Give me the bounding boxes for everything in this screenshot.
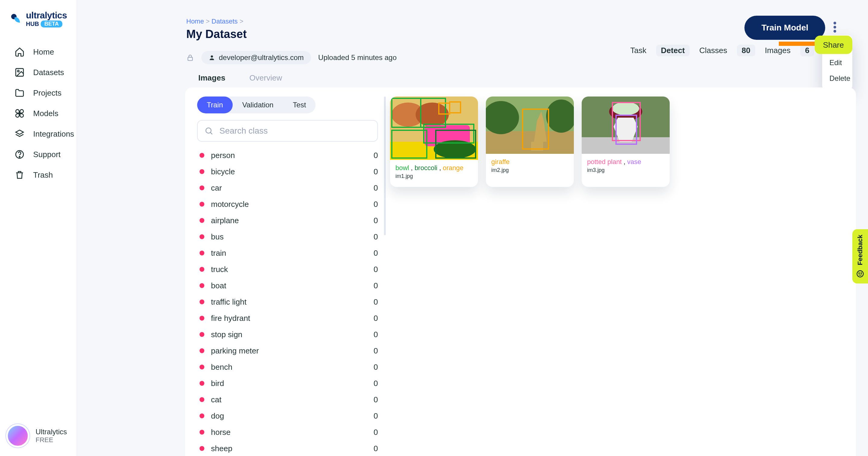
class-list[interactable]: person0bicycle0car0motorcycle0airplane0b…: [197, 147, 384, 455]
sidebar-item-integrations[interactable]: Integrations: [14, 129, 76, 139]
class-count: 0: [374, 379, 378, 388]
crumb-datasets[interactable]: Datasets: [212, 18, 238, 25]
class-name: boat: [211, 281, 374, 290]
menu-item-edit[interactable]: Edit: [822, 55, 852, 70]
svg-point-8: [834, 26, 836, 29]
svg-point-12: [206, 128, 211, 133]
tab-overview[interactable]: Overview: [250, 73, 282, 89]
scrollbar-track[interactable]: [384, 96, 386, 235]
svg-point-29: [859, 273, 859, 273]
class-color-dot: [199, 300, 204, 304]
class-count: 0: [374, 363, 378, 372]
image-card[interactable]: giraffe im2.jpg: [486, 96, 574, 187]
svg-rect-5: [188, 57, 192, 61]
class-count: 0: [374, 249, 378, 258]
label-chip: ,: [411, 164, 412, 172]
class-name: bus: [211, 232, 374, 241]
sidebar-item-support[interactable]: Support: [14, 149, 76, 160]
class-color-dot: [199, 332, 204, 337]
class-row[interactable]: train0: [197, 245, 378, 261]
logo[interactable]: ultralytics HUB BETA: [10, 10, 76, 27]
detail-tabs: Images Overview: [198, 73, 856, 89]
class-color-dot: [199, 251, 204, 255]
user-icon: [209, 54, 215, 61]
class-row[interactable]: cat0: [197, 392, 378, 408]
image-card[interactable]: potted plant, vase im3.jpg: [582, 96, 670, 187]
class-name: traffic light: [211, 297, 374, 307]
class-name: sheep: [211, 444, 374, 453]
uploaded-time: Uploaded 5 minutes ago: [318, 53, 397, 62]
class-color-dot: [199, 153, 204, 158]
class-row[interactable]: bus0: [197, 229, 378, 245]
class-row[interactable]: person0: [197, 147, 378, 164]
class-row[interactable]: sheep0: [197, 440, 378, 455]
class-row[interactable]: boat0: [197, 278, 378, 294]
owner-pill[interactable]: developer@ultralytics.com: [201, 51, 311, 64]
class-row[interactable]: horse0: [197, 424, 378, 440]
class-row[interactable]: traffic light0: [197, 294, 378, 310]
brand-beta-badge: BETA: [41, 21, 62, 27]
class-row[interactable]: fire hydrant0: [197, 310, 378, 326]
class-count: 0: [374, 297, 378, 307]
menu-item-share[interactable]: Share: [815, 36, 852, 54]
class-name: car: [211, 183, 374, 193]
class-color-dot: [199, 414, 204, 418]
menu-item-delete[interactable]: Delete: [822, 70, 852, 86]
class-name: bench: [211, 363, 374, 372]
lock-icon: [186, 54, 194, 61]
svg-point-7: [834, 22, 836, 24]
brand-sub: HUB: [26, 21, 39, 27]
class-color-dot: [199, 234, 204, 239]
tab-images[interactable]: Images: [198, 73, 225, 89]
image-labels: giraffe: [486, 154, 574, 167]
image-card[interactable]: bowl, broccoli, orange im1.jpg: [390, 96, 478, 187]
class-name: horse: [211, 428, 374, 437]
search-input[interactable]: [219, 126, 371, 136]
stat-classes-label: Classes: [699, 46, 727, 55]
crumb-home[interactable]: Home: [186, 18, 204, 25]
svg-point-6: [211, 56, 213, 58]
class-name: bird: [211, 379, 374, 388]
svg-point-2: [18, 70, 19, 72]
class-color-dot: [199, 365, 204, 369]
class-name: person: [211, 151, 374, 160]
train-model-button[interactable]: Train Model: [744, 16, 825, 40]
sidebar-item-home[interactable]: Home: [14, 47, 76, 57]
sidebar-item-models[interactable]: Models: [14, 108, 76, 118]
search-box[interactable]: [197, 120, 378, 142]
label-chip: ,: [439, 164, 441, 172]
sidebar-item-label: Support: [33, 150, 61, 159]
sidebar-footer[interactable]: Ultralytics FREE: [6, 424, 67, 448]
class-count: 0: [374, 167, 378, 176]
class-color-dot: [199, 186, 204, 190]
class-row[interactable]: parking meter0: [197, 343, 378, 359]
class-row[interactable]: dog0: [197, 408, 378, 424]
feedback-tab[interactable]: Feedback: [852, 229, 868, 284]
class-row[interactable]: airplane0: [197, 212, 378, 229]
trash-icon: [14, 170, 25, 180]
label-chip: vase: [627, 158, 641, 166]
class-row[interactable]: bicycle0: [197, 164, 378, 180]
sidebar-nav: Home Datasets Projects Models Integratio…: [14, 47, 76, 180]
class-row[interactable]: stop sign0: [197, 326, 378, 343]
split-train[interactable]: Train: [197, 96, 233, 113]
class-color-dot: [199, 202, 204, 207]
split-test[interactable]: Test: [283, 96, 315, 113]
sidebar-item-trash[interactable]: Trash: [14, 170, 76, 180]
class-name: dog: [211, 411, 374, 421]
svg-point-4: [19, 156, 20, 157]
class-row[interactable]: motorcycle0: [197, 196, 378, 212]
class-row[interactable]: bird0: [197, 375, 378, 392]
class-row[interactable]: truck0: [197, 261, 378, 278]
logo-icon: [10, 13, 22, 25]
more-menu-button[interactable]: [826, 18, 844, 36]
class-row[interactable]: bench0: [197, 359, 378, 375]
class-row[interactable]: car0: [197, 180, 378, 196]
sidebar-item-projects[interactable]: Projects: [14, 88, 76, 98]
split-validation[interactable]: Validation: [233, 96, 283, 113]
sidebar-item-datasets[interactable]: Datasets: [14, 67, 76, 78]
stat-classes: 80: [737, 45, 755, 56]
class-color-dot: [199, 446, 204, 451]
home-icon: [14, 47, 25, 57]
class-name: cat: [211, 395, 374, 404]
